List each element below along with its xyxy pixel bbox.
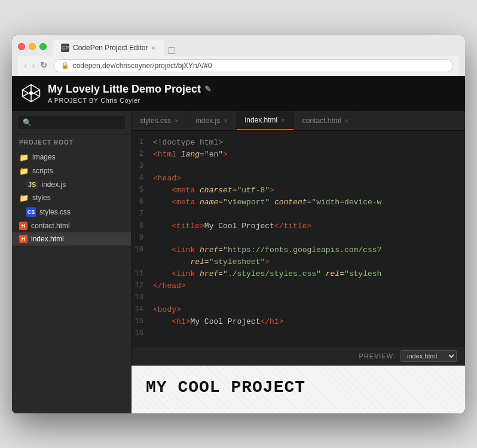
tab-favicon: CP (61, 44, 69, 52)
address-bar: ‹ › ↻ 🔒 codepen.dev/chriscoyner/project/… (18, 56, 459, 76)
tab-contact-html[interactable]: contact.html × (294, 111, 357, 130)
editor-area: styles.css × index.js × index.html × con… (132, 111, 465, 413)
tab-title: CodePen Project Editor (73, 44, 148, 52)
code-line-5: 5 <meta charset="utf-8"> (132, 185, 465, 197)
file-item-scripts[interactable]: 📁 scripts (12, 164, 131, 178)
project-title: My Lovely Little Demo Project ✎ (48, 83, 455, 96)
close-traffic-light[interactable] (18, 43, 25, 50)
browser-tabs: CP CodePen Project Editor × □ (53, 40, 180, 56)
preview-page-title: MY COOL PROJECT (146, 378, 451, 397)
tab-label: index.js (195, 116, 220, 125)
code-line-13: 13 (132, 292, 465, 304)
edit-project-title-icon[interactable]: ✎ (204, 84, 212, 94)
project-title-text: My Lovely Little Demo Project (48, 83, 201, 96)
folder-icon: 📁 (19, 153, 29, 162)
code-line-16: 16 (132, 328, 465, 340)
search-icon: 🔍 (23, 118, 32, 127)
file-name: images (32, 153, 56, 161)
code-line-8: 8 <title>My Cool Project</title> (132, 220, 465, 232)
code-line-15: 15 <h1>My Cool Project</h1> (132, 316, 465, 328)
css-file-icon: CS (26, 207, 36, 217)
maximize-traffic-light[interactable] (39, 43, 47, 50)
file-item-contacthtml[interactable]: H contact.html (12, 219, 131, 232)
tab-label: index.html (245, 116, 278, 124)
tab-label: contact.html (302, 116, 341, 125)
folder-icon: 📁 (19, 194, 29, 202)
tab-close-icon[interactable]: × (224, 117, 227, 124)
code-line-2: 2 <html lang="en"> (132, 149, 465, 161)
file-name: scripts (32, 167, 53, 175)
tab-index-html[interactable]: index.html × (237, 111, 294, 130)
file-item-indexjs[interactable]: JS index.js (12, 178, 131, 191)
browser-chrome: CP CodePen Project Editor × □ ‹ › ↻ 🔒 co… (12, 35, 465, 76)
sidebar-search: 🔍 (12, 111, 131, 134)
js-file-icon: JS (26, 180, 38, 189)
file-name: styles.css (39, 208, 71, 216)
file-name: index.html (31, 235, 64, 243)
code-line-3: 3 (132, 161, 465, 173)
address-text: codepen.dev/chriscoyner/project/bjXYnA/#… (73, 62, 212, 70)
traffic-lights (18, 41, 47, 55)
tab-close-icon[interactable]: × (281, 116, 285, 124)
file-item-styles[interactable]: 📁 styles (12, 191, 131, 205)
file-item-images[interactable]: 📁 images (12, 151, 131, 164)
file-item-stylescss[interactable]: CS styles.css (12, 205, 131, 219)
forward-button[interactable]: › (32, 60, 35, 71)
minimize-traffic-light[interactable] (29, 43, 36, 50)
tab-close-icon[interactable]: × (175, 117, 178, 124)
file-tree: 📁 images 📁 scripts JS index.js 📁 styles (12, 148, 131, 248)
file-name: contact.html (31, 222, 70, 230)
file-name: styles (32, 194, 51, 202)
project-author: A PROJECT BY Chris Coyier (48, 97, 455, 104)
address-bar-input[interactable]: 🔒 codepen.dev/chriscoyner/project/bjXYnA… (53, 59, 453, 72)
code-line-14: 14 <body> (132, 304, 465, 316)
codepen-logo (22, 84, 41, 103)
tab-label: styles.css (140, 116, 171, 125)
project-root-label: PROJECT ROOT (12, 134, 131, 148)
back-button[interactable]: ‹ (24, 60, 27, 71)
tab-index-js[interactable]: index.js × (187, 111, 236, 130)
html-file-icon: H (19, 235, 27, 243)
search-input-wrap[interactable]: 🔍 (18, 116, 125, 129)
file-name: index.js (41, 180, 66, 189)
code-line-1: 1 <!doctype html> (132, 137, 465, 149)
html-file-icon: H (19, 222, 27, 230)
code-line-9: 9 (132, 232, 465, 244)
code-line-4: 4 <head> (132, 173, 465, 185)
sidebar: 🔍 PROJECT ROOT 📁 images 📁 scripts JS (12, 111, 132, 413)
code-line-11a: rel="stylesheet"> (132, 256, 465, 268)
browser-window: CP CodePen Project Editor × □ ‹ › ↻ 🔒 co… (12, 35, 465, 413)
file-item-indexhtml[interactable]: H index.html (12, 232, 131, 246)
tab-close-icon[interactable]: × (344, 117, 348, 124)
tab-close-button[interactable]: × (151, 44, 155, 51)
lock-icon: 🔒 (61, 62, 69, 69)
code-line-11b: 11 <link href="./styles/styles.css" rel=… (132, 268, 465, 280)
browser-tab-active[interactable]: CP CodePen Project Editor × (53, 40, 164, 56)
preview-file-select[interactable]: index.html contact.html (400, 350, 457, 362)
refresh-button[interactable]: ↻ (40, 60, 47, 71)
preview-label: PREVIEW: (359, 352, 396, 360)
preview-bar: PREVIEW: index.html contact.html (132, 346, 465, 366)
code-line-12: 12 </head> (132, 280, 465, 292)
code-line-7: 7 (132, 208, 465, 220)
header-text: My Lovely Little Demo Project ✎ A PROJEC… (48, 83, 455, 104)
editor-tabs: styles.css × index.js × index.html × con… (132, 111, 465, 131)
new-tab-button[interactable]: □ (164, 45, 180, 56)
code-line-6: 6 <meta name="viewport" content="width=d… (132, 197, 465, 208)
code-editor[interactable]: 1 <!doctype html> 2 <html lang="en"> 3 4… (132, 131, 465, 346)
tab-styles-css[interactable]: styles.css × (132, 111, 187, 130)
preview-area: MY COOL PROJECT (132, 366, 465, 413)
app-header: My Lovely Little Demo Project ✎ A PROJEC… (12, 76, 465, 111)
folder-icon: 📁 (19, 167, 29, 176)
main-layout: 🔍 PROJECT ROOT 📁 images 📁 scripts JS (12, 111, 465, 413)
code-line-10: 10 <link href="https://fonts.googleapis.… (132, 244, 465, 256)
nav-buttons: ‹ › ↻ (24, 60, 47, 71)
